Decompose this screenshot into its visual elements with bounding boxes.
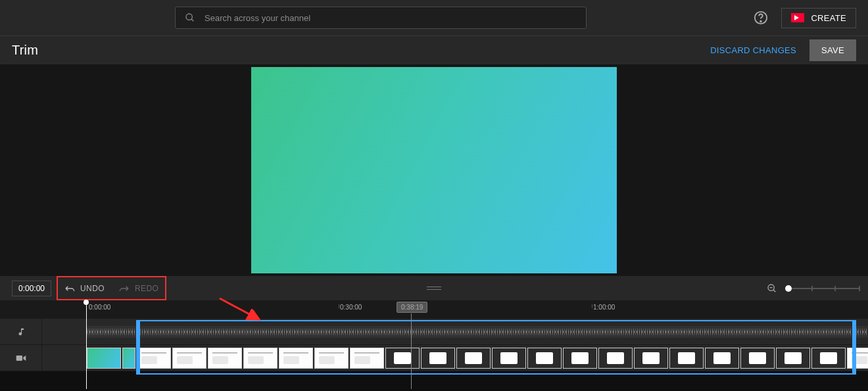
waveform: /*noop*/ <box>42 319 868 344</box>
redo-label: REDO <box>135 284 158 293</box>
redo-button[interactable]: REDO <box>119 284 158 293</box>
timeline-thumb[interactable] <box>847 348 868 369</box>
annotation-arrow <box>216 296 268 325</box>
discard-changes-button[interactable]: DISCARD CHANGES <box>697 40 809 60</box>
playhead[interactable] <box>86 300 87 389</box>
audio-track[interactable]: /*noop*/ <box>42 319 868 344</box>
zoom-out-icon[interactable] <box>767 283 777 294</box>
timeline-thumb[interactable] <box>87 348 121 369</box>
timeline-thumb[interactable] <box>492 348 526 369</box>
timeline-thumb[interactable] <box>669 348 704 369</box>
timeline-thumb[interactable] <box>776 348 810 369</box>
scrubber-line[interactable] <box>411 313 412 389</box>
current-time-display[interactable]: 0:00:00 <box>12 281 51 296</box>
timeline-thumb[interactable] <box>314 348 349 369</box>
video-track[interactable] <box>42 345 868 371</box>
timeline-thumb[interactable] <box>456 348 491 369</box>
create-button-label: CREATE <box>811 13 846 23</box>
video-camera-icon <box>791 13 804 22</box>
timeline-thumb[interactable] <box>563 348 597 369</box>
timeline-thumb[interactable] <box>350 348 384 369</box>
create-button[interactable]: CREATE <box>781 8 856 28</box>
save-button[interactable]: SAVE <box>809 39 856 61</box>
panel-resize-handle[interactable] <box>427 287 441 290</box>
timeline-thumb[interactable] <box>811 348 846 369</box>
video-track-row <box>0 345 868 371</box>
timeline-thumb[interactable] <box>598 348 633 369</box>
timeline-thumb[interactable] <box>385 348 420 369</box>
app-top-bar: CREATE <box>0 0 868 35</box>
video-camera-icon <box>16 354 26 362</box>
timeline-thumb[interactable] <box>243 348 277 369</box>
svg-line-5 <box>773 290 775 292</box>
page-title-bar: Trim DISCARD CHANGES SAVE <box>0 35 868 64</box>
undo-button[interactable]: UNDO <box>64 284 105 293</box>
svg-line-1 <box>191 19 193 21</box>
svg-point-0 <box>186 14 192 20</box>
timeline-thumb[interactable] <box>122 348 135 369</box>
timeline-thumb[interactable] <box>279 348 313 369</box>
zoom-slider-knob[interactable] <box>785 285 792 292</box>
timeline-thumb[interactable] <box>740 348 775 369</box>
scrubber-time-flag[interactable]: 0:38:19 <box>397 302 427 313</box>
video-preview[interactable] <box>251 67 617 273</box>
timeline-thumb[interactable] <box>137 348 171 369</box>
timeline-controls: 0:00:00 UNDO REDO <box>0 276 868 300</box>
timeline-thumb[interactable] <box>172 348 206 369</box>
zoom-slider[interactable] <box>788 288 859 289</box>
search-input[interactable] <box>205 13 577 23</box>
undo-label: UNDO <box>80 284 105 293</box>
timeline-thumb[interactable] <box>634 348 668 369</box>
timeline-thumb[interactable] <box>527 348 562 369</box>
timeline-thumb[interactable] <box>208 348 242 369</box>
undo-icon <box>64 285 75 292</box>
redo-icon <box>119 285 130 292</box>
svg-point-3 <box>761 21 762 22</box>
page-title: Trim <box>12 43 38 58</box>
ruler-mark: 1:00:00 <box>593 304 615 311</box>
search-icon <box>185 12 195 23</box>
video-preview-area <box>0 64 868 276</box>
undo-redo-highlight: UNDO REDO <box>57 276 166 300</box>
svg-rect-7 <box>16 356 22 361</box>
help-icon[interactable] <box>754 11 768 25</box>
ruler-mark: 0:00:00 <box>89 304 110 311</box>
timeline-thumb[interactable] <box>705 348 739 369</box>
timeline-ruler[interactable]: 0:00:00 0:30:00 1:00:00 0:38:19 <box>0 300 868 319</box>
music-note-icon <box>16 327 26 337</box>
svg-line-8 <box>220 298 259 319</box>
search-box[interactable] <box>175 7 587 29</box>
timeline-thumb[interactable] <box>421 348 455 369</box>
ruler-mark: 0:30:00 <box>340 304 362 311</box>
timeline-zoom-controls <box>767 283 859 294</box>
audio-track-row: /*noop*/ <box>0 319 868 345</box>
